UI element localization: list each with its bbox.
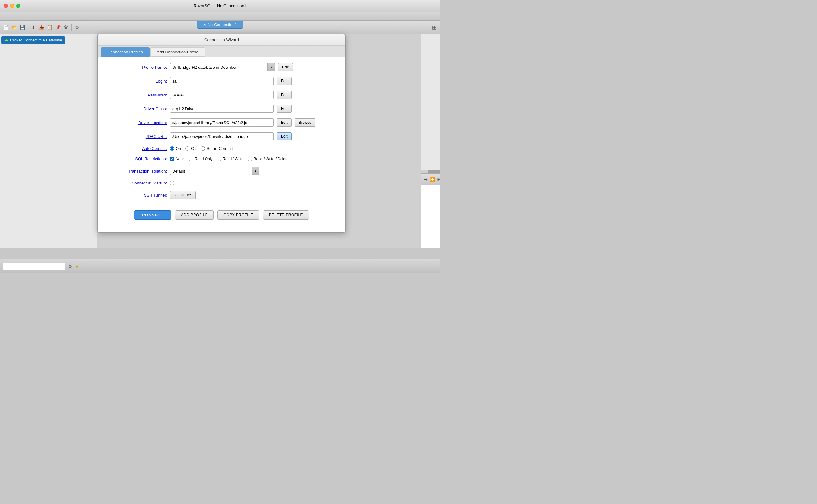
auto-commit-smart-label: Smart Commit: [206, 146, 233, 151]
auto-commit-radio-group: On Off Smart Commit: [170, 146, 233, 151]
sql-read-write-delete-checkbox[interactable]: [248, 157, 252, 161]
connect-at-startup-label: Connect at Startup:: [110, 181, 167, 185]
profile-name-row: Profile Name: ▼ Edit: [110, 63, 333, 71]
transaction-isolation-label: Transaction Isolation:: [110, 169, 167, 173]
grid-icon[interactable]: ▦: [430, 24, 437, 31]
driver-location-edit-button[interactable]: Edit: [277, 118, 292, 127]
login-input[interactable]: [170, 77, 274, 85]
auto-commit-smart-option[interactable]: Smart Commit: [201, 146, 233, 151]
open-file-icon[interactable]: 📂: [11, 24, 18, 31]
separator: [28, 24, 28, 31]
add-profile-button[interactable]: ADD PROFILE: [175, 210, 214, 220]
settings-icon[interactable]: ⚙: [74, 24, 80, 31]
auto-commit-label: Auto Commit:: [110, 146, 167, 151]
profile-name-label[interactable]: Profile Name:: [110, 65, 167, 70]
scrollbar-thumb[interactable]: [428, 170, 440, 173]
password-row: Password: Edit: [110, 91, 333, 99]
tab-label: ✕ No Connection1: [203, 22, 237, 27]
dialog-tabs: Connection Profiles Add Connection Profi…: [98, 46, 345, 57]
connection-tab[interactable]: ✕ No Connection1: [197, 21, 243, 29]
transaction-isolation-input[interactable]: [170, 167, 252, 175]
sql-read-write-checkbox[interactable]: [217, 157, 221, 161]
ssh-tunnel-label: SSH Tunnel:: [110, 193, 167, 198]
maximize-button[interactable]: [16, 4, 20, 8]
jdbc-url-row: JDBC URL: Edit: [110, 132, 333, 140]
status-input[interactable]: [3, 263, 65, 270]
tab-connection-profiles[interactable]: Connection Profiles: [101, 47, 150, 57]
save-file-icon[interactable]: 💾: [19, 24, 26, 31]
auto-commit-off-radio[interactable]: [185, 146, 189, 151]
sql-none-option[interactable]: None: [170, 157, 185, 161]
sql-none-label: None: [176, 157, 185, 161]
paste-icon[interactable]: 📌: [54, 24, 61, 31]
right-panel: ➡ ⏩ ⊞ ⊟ ⏹ ⬇ ↩: [421, 34, 440, 248]
jdbc-url-label[interactable]: JDBC URL:: [110, 134, 167, 139]
delete-profile-button[interactable]: DELETE PROFILE: [263, 210, 309, 220]
driver-class-edit-button[interactable]: Edit: [277, 105, 292, 113]
profile-name-edit-button[interactable]: Edit: [278, 63, 293, 71]
sql-restrictions-label: SQL Restrictions:: [110, 156, 167, 161]
login-edit-button[interactable]: Edit: [277, 77, 292, 85]
auto-commit-on-option[interactable]: On: [170, 146, 181, 151]
jdbc-url-input[interactable]: [170, 132, 274, 140]
import-icon[interactable]: ⬇: [30, 24, 37, 31]
sql-read-only-checkbox[interactable]: [189, 157, 193, 161]
arrow-right-icon[interactable]: ➡: [424, 176, 428, 183]
status-settings-icon[interactable]: ⚙: [67, 263, 74, 270]
driver-location-label[interactable]: Driver Location:: [110, 120, 167, 125]
right-panel-bottom: [421, 185, 440, 248]
forward-icon[interactable]: ⏩: [430, 176, 435, 183]
connect-to-database-button[interactable]: ➜ Click to Connect to a Database: [1, 36, 65, 44]
title-bar: RazorSQL – No Connection1: [0, 0, 440, 12]
driver-location-input[interactable]: [170, 118, 274, 127]
sql-restrictions-group: None Read Only Read / Write Read /: [170, 157, 288, 161]
auto-commit-off-option[interactable]: Off: [185, 146, 196, 151]
auto-commit-on-radio[interactable]: [170, 146, 174, 151]
table-add-icon[interactable]: ⊞: [437, 176, 440, 183]
connect-label: Click to Connect to a Database: [10, 38, 62, 42]
password-input[interactable]: [170, 91, 274, 99]
horizontal-scrollbar[interactable]: [421, 170, 440, 173]
driver-class-input[interactable]: [170, 105, 274, 113]
auto-commit-on-label: On: [176, 146, 181, 151]
connect-button[interactable]: CONNECT: [134, 210, 171, 220]
export-icon[interactable]: 📤: [38, 24, 45, 31]
transaction-isolation-row: Transaction Isolation: ▼: [110, 167, 333, 175]
copy-icon[interactable]: 📋: [46, 24, 53, 31]
password-label[interactable]: Password:: [110, 93, 167, 97]
transaction-isolation-dropdown[interactable]: ▼: [170, 167, 259, 175]
status-star-icon: ★: [75, 263, 79, 269]
connect-at-startup-checkbox[interactable]: [170, 181, 174, 185]
driver-class-label[interactable]: Driver Class:: [110, 107, 167, 111]
sql-read-only-option[interactable]: Read Only: [189, 157, 213, 161]
sql-read-write-label: Read / Write: [222, 157, 243, 161]
sidebar: ➜ Click to Connect to a Database: [0, 34, 97, 248]
transaction-isolation-arrow-icon[interactable]: ▼: [252, 167, 259, 175]
sql-read-write-option[interactable]: Read / Write: [217, 157, 243, 161]
profile-name-dropdown[interactable]: ▼: [170, 63, 275, 71]
tab-add-connection-profile[interactable]: Add Connection Profile: [150, 47, 205, 57]
jdbc-url-edit-button[interactable]: Edit: [277, 132, 292, 140]
window-controls[interactable]: [4, 4, 20, 8]
status-bar: ⚙ ★: [0, 259, 440, 273]
sql-none-checkbox[interactable]: [170, 157, 174, 161]
password-edit-button[interactable]: Edit: [277, 91, 292, 99]
sql-read-write-delete-option[interactable]: Read / Write / Delete: [248, 157, 288, 161]
connect-at-startup-row: Connect at Startup:: [110, 181, 333, 185]
right-panel-top: [421, 34, 440, 170]
auto-commit-row: Auto Commit: On Off Smart Commit: [110, 146, 333, 151]
copy-profile-button[interactable]: COPY PROFILE: [217, 210, 259, 220]
driver-location-browse-button[interactable]: Browse: [295, 118, 315, 127]
close-button[interactable]: [4, 4, 8, 8]
new-file-icon[interactable]: 📄: [3, 24, 9, 31]
minimize-button[interactable]: [10, 4, 14, 8]
driver-class-row: Driver Class: Edit: [110, 105, 333, 113]
ssh-tunnel-configure-button[interactable]: Configure: [170, 191, 196, 199]
delete-icon[interactable]: 🗑: [63, 24, 69, 31]
profile-name-arrow-icon[interactable]: ▼: [267, 63, 275, 71]
profile-name-input[interactable]: [170, 63, 267, 71]
toolbar-right: ▦: [430, 24, 437, 31]
login-label[interactable]: Login:: [110, 79, 167, 84]
window-title: RazorSQL – No Connection1: [194, 3, 246, 8]
auto-commit-smart-radio[interactable]: [201, 146, 205, 151]
